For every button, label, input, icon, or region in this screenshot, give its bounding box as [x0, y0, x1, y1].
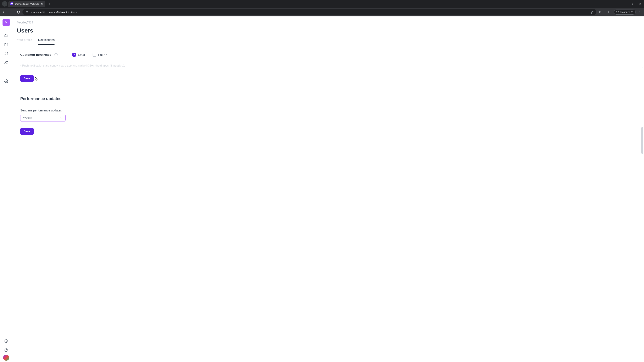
home-icon [4, 33, 8, 37]
svg-rect-5 [632, 3, 633, 4]
check-icon [73, 54, 75, 56]
svg-point-25 [6, 61, 8, 62]
checkbox-email[interactable] [72, 53, 76, 57]
reload-icon [17, 10, 20, 14]
push-footnote: * Push notifications are sent via web ap… [20, 64, 158, 67]
incognito-indicator[interactable]: Incognito (2) [614, 9, 636, 14]
tabs-dropdown-button[interactable] [2, 1, 8, 6]
browser-chrome: User settings | Waitwhile new.waitwhile.… [0, 0, 644, 16]
tab-close-button[interactable] [40, 2, 43, 5]
sidebar-item-help[interactable] [2, 346, 10, 355]
sidebar-item-messages[interactable] [2, 49, 10, 58]
tab-title: User settings | Waitwhile [15, 3, 39, 5]
address-bar[interactable]: new.waitwhile.com/user?tab=notifications [22, 9, 596, 15]
favicon-icon [10, 2, 14, 5]
sidebar-item-users[interactable] [2, 58, 10, 67]
bar-chart-icon [4, 69, 8, 73]
nav-back-button[interactable] [1, 9, 8, 15]
svg-point-29 [6, 81, 7, 82]
close-icon [41, 3, 43, 5]
close-icon [639, 3, 641, 5]
setting-label: Customer confirmed [20, 53, 52, 57]
performance-field-label: Send me performance updates [20, 109, 639, 112]
window-close-button[interactable] [636, 0, 644, 8]
page-header: Moodjoy7434 Users Your profile Notificat… [12, 16, 644, 45]
scroll-up-arrow-icon[interactable] [641, 67, 644, 69]
tab-strip: User settings | Waitwhile [0, 0, 644, 8]
incognito-label: Incognito (2) [620, 11, 634, 13]
gear-icon [4, 79, 8, 83]
scroll-thumb[interactable] [641, 127, 643, 154]
arrow-right-icon [10, 10, 13, 14]
app: M Moodjoy7434 Users [0, 16, 644, 362]
avatar-letter: M [5, 21, 8, 24]
chat-icon [4, 51, 8, 55]
svg-point-11 [26, 11, 26, 12]
save-notifications-button[interactable]: Save [20, 75, 34, 82]
maximize-icon [632, 3, 634, 5]
svg-point-17 [640, 11, 640, 11]
sidebar-item-upgrade[interactable] [2, 337, 10, 346]
toolbar-right: Incognito (2) [597, 9, 643, 15]
main: Moodjoy7434 Users Your profile Notificat… [12, 16, 644, 362]
calendar-icon [4, 42, 8, 46]
arrow-left-icon [3, 10, 6, 14]
help-icon [4, 348, 8, 352]
mouse-cursor [34, 77, 38, 81]
org-avatar[interactable]: M [2, 19, 10, 26]
incognito-icon [616, 10, 619, 13]
tab-notifications[interactable]: Notifications [38, 38, 54, 45]
svg-rect-15 [608, 11, 611, 13]
plus-icon [48, 3, 50, 5]
chevron-down-icon [60, 116, 63, 119]
puzzle-icon [599, 10, 602, 13]
svg-rect-20 [5, 43, 8, 46]
svg-marker-31 [5, 340, 7, 342]
info-icon[interactable]: i [54, 53, 58, 56]
checkbox-email-label: Email [78, 53, 86, 57]
new-tab-button[interactable] [47, 1, 52, 6]
sidebar-item-calendar[interactable] [2, 40, 10, 49]
chevron-down-icon [4, 3, 6, 5]
nav-reload-button[interactable] [16, 9, 22, 15]
browser-toolbar: new.waitwhile.com/user?tab=notifications… [0, 8, 644, 16]
nav-forward-button[interactable] [8, 9, 14, 15]
tab-your-profile[interactable]: Your profile [17, 38, 32, 45]
checkbox-push[interactable] [92, 53, 96, 57]
content-area: Customer confirmed i Email Push * * Push… [12, 45, 644, 359]
sidebar-item-home[interactable] [2, 31, 10, 40]
browser-menu-button[interactable] [636, 9, 643, 15]
tune-icon [25, 10, 28, 13]
setting-customer-confirmed: Customer confirmed i Email Push * [20, 53, 639, 57]
performance-frequency-select[interactable]: Weekly [20, 114, 66, 122]
svg-point-33 [6, 351, 6, 351]
window-minimize-button[interactable] [621, 0, 628, 8]
page-title: Users [17, 27, 639, 34]
svg-marker-34 [642, 67, 643, 68]
sidebar: M [0, 16, 12, 362]
sidepanel-button[interactable] [607, 9, 613, 15]
extensions-button[interactable] [597, 9, 603, 15]
minimize-icon [624, 3, 626, 5]
select-value: Weekly [23, 116, 32, 119]
users-icon [4, 60, 8, 64]
breadcrumb-org: Moodjoy7434 [17, 21, 639, 24]
svg-point-19 [640, 13, 640, 13]
user-avatar[interactable] [3, 355, 9, 361]
svg-point-18 [640, 12, 640, 12]
sidebar-item-settings[interactable] [2, 77, 10, 86]
checkbox-push-label: Push * [98, 53, 107, 57]
svg-marker-14 [591, 11, 594, 13]
site-info-button[interactable] [25, 10, 28, 14]
sidebar-item-analytics[interactable] [2, 67, 10, 76]
kebab-icon [638, 10, 641, 13]
panel-icon [608, 10, 611, 13]
window-maximize-button[interactable] [628, 0, 636, 8]
browser-tab[interactable]: User settings | Waitwhile [8, 1, 45, 7]
bolt-icon [4, 339, 8, 343]
svg-point-13 [27, 12, 27, 13]
save-performance-button[interactable]: Save [20, 128, 34, 135]
bookmark-button[interactable] [591, 10, 594, 14]
star-icon [591, 10, 594, 14]
url-text: new.waitwhile.com/user?tab=notifications [30, 11, 589, 13]
